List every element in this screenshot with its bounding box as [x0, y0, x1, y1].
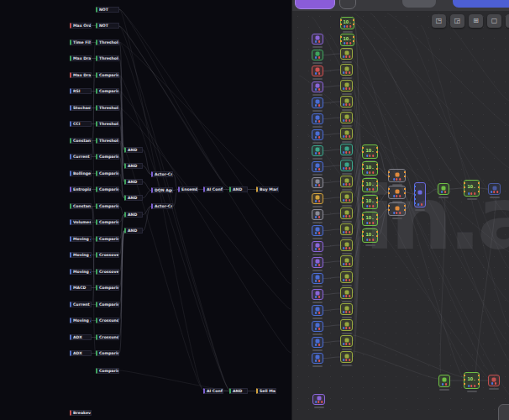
graph-node[interactable]: ADX: [70, 350, 92, 356]
mini-node[interactable]: [340, 351, 353, 363]
graph-node[interactable]: Comparison: [96, 350, 119, 356]
graph-node[interactable]: Actor-Crit...: [151, 171, 173, 177]
graph-node[interactable]: DQN Agen...: [151, 187, 173, 193]
mini-node[interactable]: [438, 375, 450, 387]
mini-node[interactable]: 1O.: [362, 144, 378, 159]
graph-node[interactable]: Comparison: [96, 186, 119, 192]
graph-node[interactable]: ADX: [70, 334, 92, 340]
mini-node[interactable]: [312, 161, 323, 172]
graph-node[interactable]: Crossover: [96, 252, 119, 258]
action-pill-gray[interactable]: [402, 0, 436, 8]
graph-node[interactable]: Comparison: [96, 236, 119, 242]
mini-node[interactable]: [312, 353, 323, 364]
graph-node[interactable]: Constant: [70, 203, 92, 209]
graph-node[interactable]: AND: [124, 195, 143, 201]
mini-node[interactable]: 1O.: [362, 228, 378, 243]
mini-node[interactable]: [312, 113, 323, 124]
graph-node[interactable]: Moving Av...: [70, 252, 92, 258]
mini-node[interactable]: [340, 287, 353, 299]
graph-node[interactable]: AND: [229, 388, 248, 394]
graph-node[interactable]: RSI: [70, 88, 92, 94]
graph-node[interactable]: Moving Av...: [70, 269, 92, 275]
graph-node[interactable]: NOT: [96, 23, 119, 29]
mini-node[interactable]: [312, 145, 323, 156]
new-file-button[interactable]: ▢: [487, 14, 501, 28]
graph-node[interactable]: Max Draw...: [70, 55, 92, 61]
graph-node[interactable]: Actor-Crit...: [151, 203, 173, 209]
graph-node[interactable]: AND: [229, 186, 248, 192]
graph-node[interactable]: Comparison: [96, 203, 119, 209]
graph-node[interactable]: Breakeven...: [70, 410, 92, 416]
mini-node[interactable]: [312, 257, 323, 268]
graph-node[interactable]: Crossover: [96, 269, 119, 275]
mini-node[interactable]: [340, 176, 353, 187]
mini-node[interactable]: 1O.: [464, 372, 480, 389]
mini-node[interactable]: [340, 239, 353, 251]
tab-pill-purple[interactable]: [295, 0, 335, 9]
mini-node[interactable]: [340, 223, 353, 235]
mini-node[interactable]: [312, 50, 323, 60]
mini-node[interactable]: [340, 144, 353, 155]
mini-node[interactable]: [388, 202, 406, 216]
graph-node[interactable]: Comparison: [96, 72, 119, 78]
graph-node[interactable]: NOT: [96, 7, 119, 13]
mini-node[interactable]: [340, 48, 353, 60]
mini-node[interactable]: [312, 193, 323, 204]
graph-node[interactable]: Entropia d...: [70, 186, 92, 192]
mini-node[interactable]: [340, 160, 353, 171]
more-button[interactable]: ◧: [506, 14, 509, 28]
graph-node[interactable]: Threshold: [96, 55, 119, 61]
mini-node[interactable]: [312, 81, 323, 92]
mini-node[interactable]: [438, 183, 449, 195]
mini-node[interactable]: [340, 303, 353, 315]
graph-node[interactable]: Comparison: [96, 219, 119, 225]
mini-node[interactable]: [312, 209, 323, 220]
mini-node[interactable]: [312, 289, 323, 300]
mini-node[interactable]: [312, 97, 323, 108]
graph-node[interactable]: AND: [124, 179, 143, 185]
action-pill-blue[interactable]: [453, 0, 509, 8]
graph-node[interactable]: Threshold: [96, 121, 119, 127]
graph-node[interactable]: Max Draw...: [70, 72, 92, 78]
graph-node[interactable]: AND: [124, 212, 143, 218]
mini-node[interactable]: [312, 34, 323, 45]
mini-node[interactable]: 1O.: [464, 180, 480, 197]
graph-node[interactable]: Current Pr...: [70, 302, 92, 307]
graph-node[interactable]: Crossunder: [96, 334, 119, 340]
graph-node[interactable]: CCI: [70, 121, 92, 127]
graph-node[interactable]: MACD: [70, 285, 92, 291]
mini-node[interactable]: [340, 112, 353, 123]
mini-node[interactable]: [312, 337, 323, 348]
graph-node[interactable]: Threshold: [96, 105, 119, 111]
graph-node[interactable]: Threshold: [96, 39, 119, 45]
mini-node[interactable]: [312, 225, 323, 236]
mini-node[interactable]: 1O.: [362, 178, 378, 192]
mini-node[interactable]: [488, 375, 500, 386]
mini-node[interactable]: [312, 321, 323, 332]
mini-node[interactable]: [340, 319, 353, 331]
graph-node[interactable]: AND: [124, 163, 143, 169]
graph-node[interactable]: Stochastic: [70, 105, 92, 111]
mini-node[interactable]: [312, 394, 325, 405]
mini-node[interactable]: 1O.: [340, 34, 354, 46]
graph-node[interactable]: Comparison: [96, 154, 119, 160]
mini-node[interactable]: [340, 255, 353, 267]
graph-node[interactable]: Current Pr...: [70, 154, 92, 160]
graph-node[interactable]: Max Orders: [70, 23, 92, 29]
graph-node[interactable]: Buy Market: [256, 186, 279, 192]
mini-node[interactable]: [340, 128, 353, 139]
graph-node[interactable]: Crossunder: [96, 318, 119, 323]
graph-node[interactable]: AI Confide...: [203, 186, 223, 192]
graph-node[interactable]: Comparison: [96, 285, 119, 291]
graph-node[interactable]: Comparison: [96, 171, 119, 176]
tab-pill-outline[interactable]: [339, 0, 356, 9]
graph-node[interactable]: Ensemble ...: [178, 186, 198, 192]
graph-node[interactable]: AND: [124, 147, 143, 153]
mini-node[interactable]: [488, 183, 501, 195]
graph-node[interactable]: Time Filter: [70, 39, 92, 45]
graph-node[interactable]: Comparison: [96, 302, 119, 307]
graph-node[interactable]: Sell Market: [256, 388, 276, 394]
graph-node[interactable]: Volumes: [70, 219, 92, 225]
mini-node[interactable]: 1O.: [362, 195, 378, 209]
mini-node[interactable]: [312, 66, 323, 76]
